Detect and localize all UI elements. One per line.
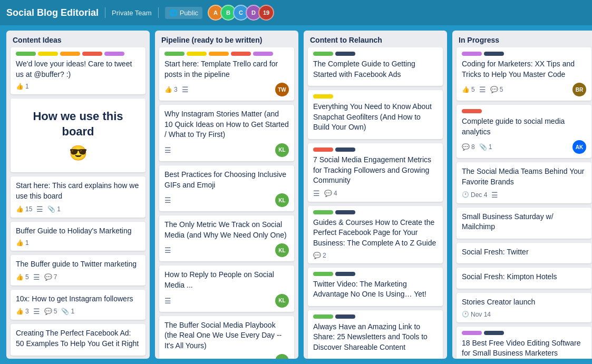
card-title: Social Fresh: Kimpton Hotels	[462, 272, 586, 282]
header-divider-2	[158, 7, 159, 18]
card-footer: 💬8📎1AK	[462, 140, 586, 154]
card[interactable]: Always Have an Amazing Link to Share: 25…	[308, 310, 443, 359]
card[interactable]: Stories Creator launch🕐Nov 14	[457, 293, 591, 322]
card-comment-meta: 💬5	[490, 86, 503, 93]
card-title: We'd love your ideas! Care to tweet us a…	[16, 59, 140, 80]
card-title: Start here: This card explains how we us…	[16, 181, 140, 201]
card-like-meta: 👍3	[16, 308, 29, 315]
card[interactable]: Small Business Saturday w/ Mailchimp	[457, 208, 591, 239]
card-menu-meta: ☰	[164, 297, 171, 305]
clock-icon: 🕐	[462, 191, 469, 198]
card[interactable]: The Social Media Teams Behind Your Favor…	[457, 162, 591, 203]
attach-count: 1	[57, 205, 61, 213]
card[interactable]: How to Reply to People on Social Media .…	[159, 265, 294, 311]
card[interactable]: Why Instagram Stories Matter (and 10 Qui…	[159, 105, 294, 161]
visibility-button[interactable]: 🌐 Public	[165, 7, 202, 19]
card-title: 7 Social Media Engagement Metrics for Tr…	[313, 155, 438, 186]
label-orange	[209, 52, 229, 56]
card-footer: 👍5☰💬7	[16, 273, 140, 281]
card[interactable]: Buffer Guide to Holiday's Marketing👍1	[11, 222, 145, 251]
card[interactable]: 7 Social Media Engagement Metrics for Tr…	[308, 143, 443, 202]
menu-icon: ☰	[33, 307, 40, 316]
card-menu-meta: ☰	[313, 189, 320, 198]
label-purple	[104, 52, 124, 56]
card[interactable]: The Only Metric We Track on Social Media…	[159, 215, 294, 261]
card[interactable]: 18 Best Free Video Editing Software for …	[457, 327, 591, 359]
card-menu-meta: ☰	[33, 307, 40, 316]
comment-icon: 💬	[462, 143, 470, 151]
label-dark	[484, 52, 504, 56]
card-labels	[313, 272, 438, 276]
card-menu-meta: ☰	[33, 273, 40, 281]
card-footer: 💬2	[313, 252, 438, 259]
like-icon: 👍	[16, 308, 24, 315]
card-title: The Complete Guide to Getting Started wi…	[313, 59, 438, 80]
card-menu-meta: ☰	[479, 85, 486, 94]
label-dark	[484, 331, 504, 335]
label-green	[313, 52, 333, 56]
label-green	[313, 210, 333, 214]
card-labels	[462, 109, 586, 113]
card-title: The Only Metric We Track on Social Media…	[164, 220, 289, 240]
column-content-relaunch: Content to RelaunchThe Complete Guide to…	[304, 31, 447, 359]
card-labels	[462, 52, 586, 56]
attach-count: 1	[71, 308, 74, 315]
card-labels	[462, 331, 586, 335]
comment-icon: 💬	[313, 252, 321, 259]
label-yellow	[38, 52, 58, 56]
label-dark	[335, 314, 355, 319]
card-labels	[313, 52, 438, 56]
card[interactable]: Social Fresh: Twitter	[457, 243, 591, 264]
card[interactable]: The Buffer Social Media Playbook (the Re…	[159, 316, 294, 359]
card[interactable]: The Buffer guide to Twitter marketing👍5☰…	[11, 255, 145, 286]
card[interactable]: How we use this board😎	[11, 99, 145, 172]
card[interactable]: Best Practices for Choosing Inclusive GI…	[159, 165, 294, 211]
attach-count: 1	[489, 143, 492, 151]
menu-icon: ☰	[479, 85, 486, 94]
card[interactable]: Start here: This card explains how we us…	[11, 176, 145, 217]
card-title: Everything You Need to Know About Snapch…	[313, 102, 438, 133]
like-icon: 👍	[462, 86, 470, 93]
card-hero-title: How we use this board	[16, 109, 140, 139]
card[interactable]: We'd love your ideas! Care to tweet us a…	[11, 47, 145, 94]
comment-count: 2	[323, 252, 326, 259]
globe-icon: 🌐	[169, 9, 178, 17]
card-avatar: TW	[275, 83, 289, 96]
card[interactable]: Social Fresh: Kimpton Hotels	[457, 268, 591, 289]
card-title: Stories Creator launch	[462, 297, 586, 308]
menu-icon: ☰	[36, 205, 43, 213]
card-menu-meta: ☰	[491, 191, 498, 199]
card[interactable]: Guides & Courses How to Create the Perfe…	[308, 206, 443, 263]
card-comment-meta: 💬7	[44, 273, 57, 281]
card-footer: 🕐Dec 4☰	[462, 191, 586, 199]
card-avatar: KL	[275, 143, 289, 157]
card[interactable]: Creating The Perfect Facebook Ad: 50 Exa…	[11, 324, 145, 355]
card-title: The Buffer guide to Twitter marketing	[16, 259, 140, 270]
card[interactable]: Coding for Marketers: XX Tips and Tricks…	[457, 47, 591, 101]
card-avatar: AK	[572, 140, 586, 154]
label-orange	[60, 52, 80, 56]
board: Content IdeasWe'd love your ideas! Care …	[0, 25, 592, 364]
card-menu-meta: ☰	[164, 146, 171, 154]
card-avatar: KL	[275, 294, 289, 308]
comment-count: 5	[500, 86, 503, 93]
column-in-progress: In ProgressCoding for Marketers: XX Tips…	[452, 31, 592, 359]
card[interactable]: Everything You Need to Know About Snapch…	[308, 90, 443, 139]
card[interactable]: Twitter Video: The Marketing Advantage N…	[308, 268, 443, 306]
card-title: Why Instagram Stories Matter (and 10 Qui…	[164, 109, 289, 140]
label-purple	[462, 52, 482, 56]
comment-icon: 💬	[44, 273, 52, 281]
menu-icon: ☰	[164, 246, 171, 254]
card-emoji: 😎	[16, 144, 140, 162]
card[interactable]: The Complete Guide to Getting Started wi…	[308, 47, 443, 86]
column-pipeline: Pipeline (ready to be written)Start here…	[155, 31, 298, 359]
label-red	[462, 109, 482, 113]
column-header-in-progress: In Progress	[452, 31, 592, 47]
card[interactable]: 10x: How to get Instagram followers👍3☰💬5…	[11, 290, 145, 320]
card[interactable]: Complete guide to social media analytics…	[457, 105, 591, 158]
card[interactable]: Start here: Template Trello card for pos…	[159, 47, 294, 101]
cards-container-in-progress: Coding for Marketers: XX Tips and Tricks…	[452, 47, 592, 359]
card-due-meta: 🕐Dec 4	[462, 191, 487, 199]
card-footer: 👍3☰💬5📎1	[16, 307, 140, 316]
menu-icon: ☰	[164, 297, 171, 305]
